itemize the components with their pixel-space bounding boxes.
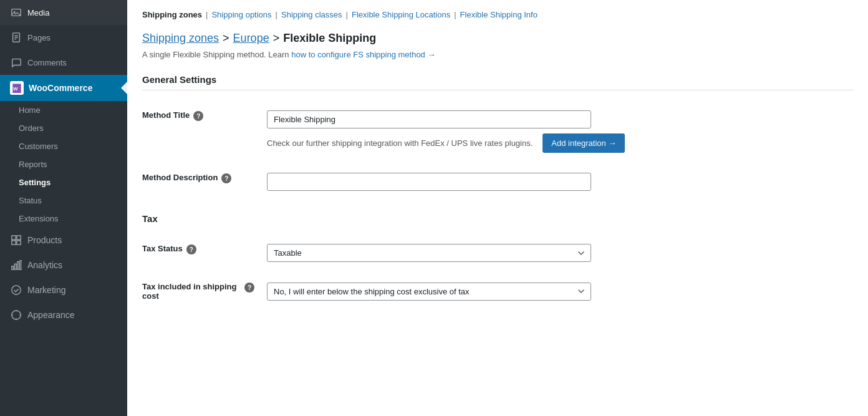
sidebar-item-customers[interactable]: Customers [0,137,127,155]
tab-sep-1: | [206,10,208,19]
woo-icon: W [10,81,24,95]
tax-status-help-icon[interactable]: ? [186,244,196,254]
svg-rect-8 [17,236,21,239]
general-settings-table: Method Title ? Check our further shippin… [142,100,853,201]
tax-included-label: Tax included in shipping cost ? [142,282,254,301]
sidebar-item-label: Pages [27,33,51,42]
subtitle-link[interactable]: how to configure FS shipping method → [291,50,435,59]
sidebar: Media Pages Comments W WooCommerce Home … [0,0,127,416]
method-description-label: Method Description ? [142,173,254,183]
sidebar-item-woocommerce[interactable]: W WooCommerce [0,75,127,101]
add-integration-button[interactable]: Add integration → [542,133,625,153]
sidebar-item-label: Media [27,8,49,17]
method-title-help-icon[interactable]: ? [193,111,203,121]
tab-shipping-classes[interactable]: Shipping classes [281,10,342,19]
method-title-input[interactable] [267,110,591,128]
svg-point-15 [12,286,21,294]
svg-rect-11 [12,266,14,269]
svg-rect-9 [12,241,16,244]
method-description-help-icon[interactable]: ? [221,173,231,183]
sidebar-item-appearance[interactable]: Appearance [0,302,127,327]
svg-rect-13 [17,262,19,270]
tab-navigation: Shipping zones | Shipping options | Ship… [142,10,853,19]
sidebar-item-extensions[interactable]: Extensions [0,210,127,228]
breadcrumb-current: Flexible Shipping [283,32,376,45]
method-title-row: Method Title ? Check our further shippin… [142,100,853,163]
tab-sep-4: | [454,10,456,19]
tax-status-select[interactable]: Taxable None [267,244,591,262]
sidebar-item-analytics[interactable]: Analytics [0,253,127,278]
products-icon [10,234,22,246]
sidebar-item-home[interactable]: Home [0,101,127,119]
general-settings-heading: General Settings [142,74,853,90]
sidebar-section-label: Analytics [27,260,62,270]
tax-status-row: Tax Status ? Taxable None [142,234,853,272]
content-area: Shipping zones | Shipping options | Ship… [127,0,868,416]
sidebar-item-media[interactable]: Media [0,0,127,25]
svg-rect-7 [12,236,16,239]
tab-flex-locations[interactable]: Flexible Shipping Locations [352,10,450,19]
sidebar-item-marketing[interactable]: Marketing [0,278,127,302]
method-description-row: Method Description ? [142,163,853,201]
tab-shipping-options[interactable]: Shipping options [211,10,271,19]
marketing-icon [10,284,22,296]
sidebar-item-products[interactable]: Products [0,228,127,253]
tab-shipping-zones[interactable]: Shipping zones [142,10,202,19]
page-subtitle: A single Flexible Shipping method. Learn… [142,50,853,59]
main-content: Shipping zones | Shipping options | Ship… [127,0,868,416]
breadcrumb-sep-2: > [273,32,280,45]
sidebar-item-settings[interactable]: Settings [0,173,127,191]
sidebar-section-label: Appearance [27,310,75,320]
tax-included-select[interactable]: No, I will enter below the shipping cost… [267,283,591,301]
tab-sep-2: | [276,10,277,19]
integration-text: Check our further shipping integration w… [267,138,533,148]
svg-point-16 [12,311,21,319]
svg-rect-10 [17,241,21,244]
sidebar-section-label: Marketing [27,285,65,295]
method-title-label: Method Title ? [142,110,254,121]
analytics-icon [10,259,22,271]
sidebar-item-orders[interactable]: Orders [0,119,127,137]
tax-included-row: Tax included in shipping cost ? No, I wi… [142,272,853,311]
tab-flex-info[interactable]: Flexible Shipping Info [460,10,538,19]
breadcrumb-shipping-zones[interactable]: Shipping zones [142,32,219,45]
tab-sep-3: | [346,10,348,19]
breadcrumb-europe[interactable]: Europe [233,32,269,45]
integration-row: Check our further shipping integration w… [267,133,853,153]
comments-icon [10,56,22,69]
breadcrumb: Shipping zones > Europe > Flexible Shipp… [142,32,853,45]
woocommerce-label: WooCommerce [29,83,92,93]
appearance-icon [10,309,22,321]
sidebar-item-status[interactable]: Status [0,191,127,210]
subtitle-text: A single Flexible Shipping method. Learn [142,50,291,59]
sidebar-item-label: Comments [27,58,67,67]
sidebar-item-pages[interactable]: Pages [0,25,127,50]
svg-rect-12 [14,264,16,269]
svg-text:W: W [13,86,18,92]
tax-section-heading: Tax [142,213,853,224]
tax-status-label: Tax Status ? [142,244,254,254]
svg-rect-14 [20,261,22,269]
tax-settings-table: Tax Status ? Taxable None Tax included i… [142,234,853,311]
method-description-input[interactable] [267,173,591,191]
sidebar-item-comments[interactable]: Comments [0,50,127,75]
media-icon [10,6,22,19]
pages-icon [10,31,22,44]
breadcrumb-sep-1: > [223,32,229,45]
sidebar-section-label: Products [27,235,62,245]
sidebar-arrow [121,82,127,94]
tax-included-help-icon[interactable]: ? [244,283,254,293]
sidebar-item-reports[interactable]: Reports [0,155,127,173]
